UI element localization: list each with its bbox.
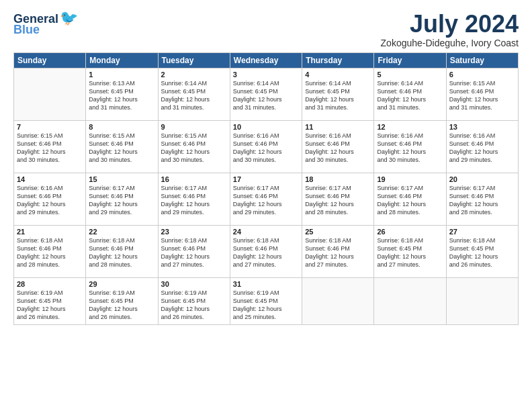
cell-info: Sunrise: 6:17 AM Sunset: 6:46 PM Dayligh… [449, 184, 515, 217]
day-number: 27 [449, 228, 515, 236]
cell-info: Sunrise: 6:19 AM Sunset: 6:45 PM Dayligh… [161, 289, 227, 322]
location-subtitle: Zokoguhe-Dideguhe, Ivory Coast [381, 38, 519, 48]
cell-info: Sunrise: 6:17 AM Sunset: 6:46 PM Dayligh… [377, 184, 443, 217]
day-number: 4 [305, 71, 371, 79]
calendar-cell: 26Sunrise: 6:18 AM Sunset: 6:45 PM Dayli… [374, 225, 446, 277]
calendar-cell: 24Sunrise: 6:18 AM Sunset: 6:46 PM Dayli… [230, 225, 302, 277]
day-number: 15 [89, 175, 154, 183]
calendar-cell: 23Sunrise: 6:18 AM Sunset: 6:46 PM Dayli… [158, 225, 230, 277]
cell-info: Sunrise: 6:19 AM Sunset: 6:45 PM Dayligh… [233, 289, 299, 322]
calendar-cell [302, 277, 374, 324]
calendar-cell: 22Sunrise: 6:18 AM Sunset: 6:46 PM Dayli… [86, 225, 158, 277]
cell-info: Sunrise: 6:16 AM Sunset: 6:46 PM Dayligh… [233, 132, 299, 165]
cell-info: Sunrise: 6:18 AM Sunset: 6:45 PM Dayligh… [377, 236, 443, 269]
calendar-cell: 15Sunrise: 6:17 AM Sunset: 6:46 PM Dayli… [86, 173, 158, 225]
cell-info: Sunrise: 6:14 AM Sunset: 6:45 PM Dayligh… [161, 79, 227, 112]
day-header-wednesday: Wednesday [230, 52, 302, 68]
calendar-cell: 2Sunrise: 6:14 AM Sunset: 6:45 PM Daylig… [158, 68, 230, 120]
day-number: 20 [449, 175, 515, 183]
day-number: 30 [161, 280, 227, 288]
day-number: 10 [233, 123, 299, 131]
calendar-cell: 1Sunrise: 6:13 AM Sunset: 6:45 PM Daylig… [86, 68, 158, 120]
day-number: 23 [161, 228, 227, 236]
calendar-cell: 13Sunrise: 6:16 AM Sunset: 6:46 PM Dayli… [446, 120, 518, 173]
day-number: 28 [17, 280, 83, 288]
calendar-table: SundayMondayTuesdayWednesdayThursdayFrid… [13, 52, 519, 325]
day-header-thursday: Thursday [302, 52, 374, 68]
cell-info: Sunrise: 6:16 AM Sunset: 6:46 PM Dayligh… [17, 184, 83, 217]
cell-info: Sunrise: 6:18 AM Sunset: 6:46 PM Dayligh… [305, 236, 371, 269]
cell-info: Sunrise: 6:17 AM Sunset: 6:46 PM Dayligh… [305, 184, 371, 217]
calendar-cell: 31Sunrise: 6:19 AM Sunset: 6:45 PM Dayli… [230, 277, 302, 324]
calendar-cell: 4Sunrise: 6:14 AM Sunset: 6:45 PM Daylig… [302, 68, 374, 120]
day-number: 13 [449, 123, 515, 131]
day-number: 1 [89, 71, 154, 79]
cell-info: Sunrise: 6:14 AM Sunset: 6:45 PM Dayligh… [233, 79, 299, 112]
day-number: 16 [161, 175, 227, 183]
calendar-cell: 17Sunrise: 6:17 AM Sunset: 6:46 PM Dayli… [230, 173, 302, 225]
calendar-cell: 30Sunrise: 6:19 AM Sunset: 6:45 PM Dayli… [158, 277, 230, 324]
day-number: 8 [89, 123, 154, 131]
calendar-cell: 10Sunrise: 6:16 AM Sunset: 6:46 PM Dayli… [230, 120, 302, 173]
cell-info: Sunrise: 6:18 AM Sunset: 6:45 PM Dayligh… [449, 236, 515, 269]
day-number: 19 [377, 175, 443, 183]
day-number: 5 [377, 71, 443, 79]
calendar-cell: 12Sunrise: 6:16 AM Sunset: 6:46 PM Dayli… [374, 120, 446, 173]
calendar-cell: 21Sunrise: 6:18 AM Sunset: 6:46 PM Dayli… [14, 225, 86, 277]
cell-info: Sunrise: 6:14 AM Sunset: 6:45 PM Dayligh… [305, 79, 371, 112]
day-number: 9 [161, 123, 227, 131]
page: General🐦 Blue July 2024 Zokoguhe-Dideguh… [0, 0, 532, 411]
day-number: 12 [377, 123, 443, 131]
calendar-cell: 6Sunrise: 6:15 AM Sunset: 6:46 PM Daylig… [446, 68, 518, 120]
day-header-monday: Monday [86, 52, 158, 68]
cell-info: Sunrise: 6:15 AM Sunset: 6:46 PM Dayligh… [17, 132, 83, 165]
calendar-cell: 9Sunrise: 6:15 AM Sunset: 6:46 PM Daylig… [158, 120, 230, 173]
day-number: 21 [17, 228, 83, 236]
day-header-tuesday: Tuesday [158, 52, 230, 68]
calendar-cell: 16Sunrise: 6:17 AM Sunset: 6:46 PM Dayli… [158, 173, 230, 225]
cell-info: Sunrise: 6:16 AM Sunset: 6:46 PM Dayligh… [449, 132, 515, 165]
calendar-cell: 19Sunrise: 6:17 AM Sunset: 6:46 PM Dayli… [374, 173, 446, 225]
calendar-cell [374, 277, 446, 324]
day-header-sunday: Sunday [14, 52, 86, 68]
day-header-saturday: Saturday [446, 52, 518, 68]
calendar-cell [446, 277, 518, 324]
day-number: 24 [233, 228, 299, 236]
calendar-cell: 11Sunrise: 6:16 AM Sunset: 6:46 PM Dayli… [302, 120, 374, 173]
cell-info: Sunrise: 6:18 AM Sunset: 6:46 PM Dayligh… [233, 236, 299, 269]
calendar-cell: 28Sunrise: 6:19 AM Sunset: 6:45 PM Dayli… [14, 277, 86, 324]
cell-info: Sunrise: 6:16 AM Sunset: 6:46 PM Dayligh… [377, 132, 443, 165]
cell-info: Sunrise: 6:18 AM Sunset: 6:46 PM Dayligh… [89, 236, 154, 269]
cell-info: Sunrise: 6:17 AM Sunset: 6:46 PM Dayligh… [233, 184, 299, 217]
cell-info: Sunrise: 6:19 AM Sunset: 6:45 PM Dayligh… [17, 289, 83, 322]
calendar-cell: 3Sunrise: 6:14 AM Sunset: 6:45 PM Daylig… [230, 68, 302, 120]
cell-info: Sunrise: 6:19 AM Sunset: 6:45 PM Dayligh… [89, 289, 154, 322]
calendar-cell: 29Sunrise: 6:19 AM Sunset: 6:45 PM Dayli… [86, 277, 158, 324]
calendar-cell: 25Sunrise: 6:18 AM Sunset: 6:46 PM Dayli… [302, 225, 374, 277]
day-number: 17 [233, 175, 299, 183]
day-number: 14 [17, 175, 83, 183]
day-number: 31 [233, 280, 299, 288]
day-number: 11 [305, 123, 371, 131]
calendar-cell: 5Sunrise: 6:14 AM Sunset: 6:46 PM Daylig… [374, 68, 446, 120]
day-number: 6 [449, 71, 515, 79]
cell-info: Sunrise: 6:18 AM Sunset: 6:46 PM Dayligh… [161, 236, 227, 269]
cell-info: Sunrise: 6:15 AM Sunset: 6:46 PM Dayligh… [449, 79, 515, 112]
cell-info: Sunrise: 6:17 AM Sunset: 6:46 PM Dayligh… [161, 184, 227, 217]
cell-info: Sunrise: 6:14 AM Sunset: 6:46 PM Dayligh… [377, 79, 443, 112]
calendar-cell: 18Sunrise: 6:17 AM Sunset: 6:46 PM Dayli… [302, 173, 374, 225]
day-header-friday: Friday [374, 52, 446, 68]
calendar-cell [14, 68, 86, 120]
logo: General🐦 Blue [13, 11, 78, 37]
cell-info: Sunrise: 6:16 AM Sunset: 6:46 PM Dayligh… [305, 132, 371, 165]
logo-blue: Blue [13, 23, 40, 37]
logo-bird-icon: 🐦 [60, 11, 78, 26]
day-number: 26 [377, 228, 443, 236]
day-number: 25 [305, 228, 371, 236]
calendar-cell: 27Sunrise: 6:18 AM Sunset: 6:45 PM Dayli… [446, 225, 518, 277]
cell-info: Sunrise: 6:15 AM Sunset: 6:46 PM Dayligh… [161, 132, 227, 165]
title-block: July 2024 Zokoguhe-Dideguhe, Ivory Coast [381, 11, 519, 48]
cell-info: Sunrise: 6:17 AM Sunset: 6:46 PM Dayligh… [89, 184, 154, 217]
day-number: 3 [233, 71, 299, 79]
day-number: 29 [89, 280, 154, 288]
